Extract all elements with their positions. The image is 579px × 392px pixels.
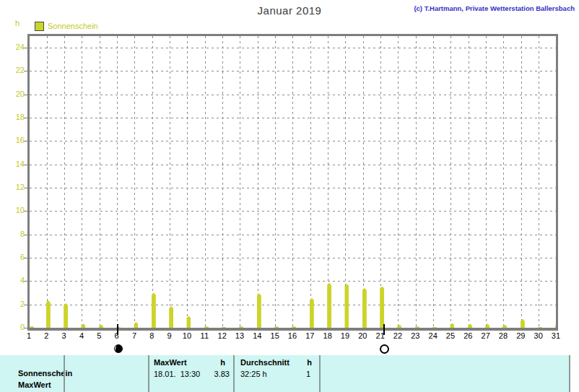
x-axis-day-label: 25 — [443, 331, 458, 340]
y-axis-tick — [24, 235, 27, 235]
sunshine-bar — [327, 283, 331, 328]
table-divider — [319, 355, 321, 392]
weather-chart-screen: Januar 2019 (c) T.Hartmann, Private Wett… — [0, 0, 579, 392]
x-axis-day-label: 12 — [214, 331, 230, 340]
x-axis-day-label: 8 — [144, 331, 160, 340]
sunshine-bar — [432, 327, 437, 328]
y-axis-tick-label: 8 — [3, 230, 25, 238]
sunshine-bar — [344, 284, 349, 328]
vertical-gridline — [117, 36, 118, 328]
table-divider — [233, 355, 235, 392]
sunshine-bar — [292, 326, 296, 328]
y-axis-tick-label: 10 — [3, 206, 25, 214]
sunshine-bar — [204, 326, 209, 328]
vertical-gridline — [486, 36, 487, 328]
table-divider — [64, 355, 65, 392]
x-axis-day-label: 18 — [320, 331, 336, 340]
y-axis-tick — [24, 328, 27, 328]
vertical-gridline — [380, 36, 381, 328]
summary-table: Sonnenschein MaxWert MaxWert h 18.01. 13… — [0, 355, 570, 392]
y-axis-tick — [24, 141, 27, 141]
vertical-gridline — [170, 36, 170, 328]
sunshine-bar — [99, 325, 103, 328]
sunshine-bar — [152, 292, 156, 328]
y-axis-unit-label: h — [15, 19, 19, 27]
sunshine-bar — [222, 327, 226, 328]
x-axis-day-label: 7 — [126, 331, 142, 340]
sunshine-bar — [397, 325, 401, 328]
sunshine-bar — [239, 326, 243, 328]
vertical-gridline — [64, 36, 65, 328]
sunshine-bar — [169, 306, 173, 328]
sunshine-bar — [30, 326, 34, 328]
x-axis-day-label: 20 — [354, 331, 370, 340]
vertical-gridline — [292, 36, 293, 328]
sunshine-bar — [538, 327, 542, 328]
x-axis-day-label: 11 — [196, 331, 212, 340]
vertical-gridline — [258, 36, 258, 328]
vertical-gridline — [469, 36, 469, 328]
x-axis-day-label: 21 — [373, 331, 388, 340]
y-axis-tick-label: 2 — [3, 300, 25, 308]
plot-area — [30, 36, 556, 328]
vertical-gridline — [100, 36, 100, 328]
x-axis-day-label: 26 — [460, 331, 476, 340]
vertical-gridline — [47, 36, 48, 328]
x-axis-day-label: 31 — [548, 331, 564, 340]
vertical-gridline — [310, 36, 311, 328]
y-axis-tick — [24, 188, 27, 188]
y-axis-tick — [24, 165, 27, 165]
y-axis-tick-label: 12 — [3, 183, 25, 191]
sunshine-bar — [64, 303, 68, 328]
x-axis-day-label: 2 — [38, 331, 54, 340]
sunshine-bar — [186, 316, 191, 328]
new-moon-icon — [114, 344, 123, 353]
y-axis-tick-label: 24 — [3, 43, 25, 51]
x-axis-day-label: 28 — [495, 331, 511, 340]
vertical-gridline — [205, 36, 206, 328]
y-axis-tick-label: 4 — [3, 276, 25, 284]
vertical-gridline — [82, 36, 82, 328]
copyright-text: (c) T.Hartmann, Private Wetterstation Ba… — [414, 4, 575, 12]
vertical-gridline — [398, 36, 399, 328]
sunshine-bar — [274, 326, 279, 328]
x-axis-day-label: 23 — [407, 331, 423, 340]
vertical-gridline — [222, 36, 223, 328]
vertical-gridline — [521, 36, 522, 328]
legend-color-swatch-icon — [35, 22, 44, 31]
maxwert-unit: h — [173, 358, 225, 367]
sunshine-bar — [380, 287, 384, 328]
x-axis-day-label: 15 — [267, 331, 283, 340]
vertical-gridline — [363, 36, 364, 328]
vertical-gridline — [539, 36, 539, 328]
vertical-gridline — [450, 36, 451, 328]
y-axis-tick-label: 0 — [3, 323, 25, 331]
x-axis-day-label: 4 — [74, 331, 90, 340]
y-axis-tick-label: 20 — [3, 90, 25, 98]
y-axis-tick — [24, 95, 27, 95]
vertical-gridline — [187, 36, 188, 328]
sunshine-bar — [502, 325, 507, 328]
x-axis-day-label: 14 — [249, 331, 265, 340]
y-axis-tick — [24, 48, 27, 48]
x-axis-day-label: 9 — [162, 331, 178, 340]
y-axis-tick-label: 14 — [3, 160, 25, 168]
y-axis-tick-label: 6 — [3, 253, 25, 261]
durchschnitt-count: 1 — [260, 370, 310, 378]
sunshine-bar — [362, 288, 367, 328]
y-axis-tick — [24, 118, 27, 118]
durchschnitt-unit: h — [260, 358, 312, 367]
y-axis-tick — [24, 258, 27, 258]
x-axis-day-label: 17 — [302, 331, 318, 340]
sunshine-bar — [46, 300, 51, 328]
x-axis-day-label: 5 — [91, 331, 107, 340]
vertical-gridline — [503, 36, 504, 328]
sunshine-bar — [257, 293, 261, 328]
vertical-gridline — [134, 36, 135, 328]
sunshine-bar — [555, 324, 556, 328]
vertical-gridline — [240, 36, 240, 328]
table-divider — [569, 355, 570, 392]
x-axis-day-label: 1 — [21, 331, 37, 340]
legend-series-label: Sonnenschein — [48, 22, 98, 30]
y-axis-tick — [24, 305, 27, 305]
